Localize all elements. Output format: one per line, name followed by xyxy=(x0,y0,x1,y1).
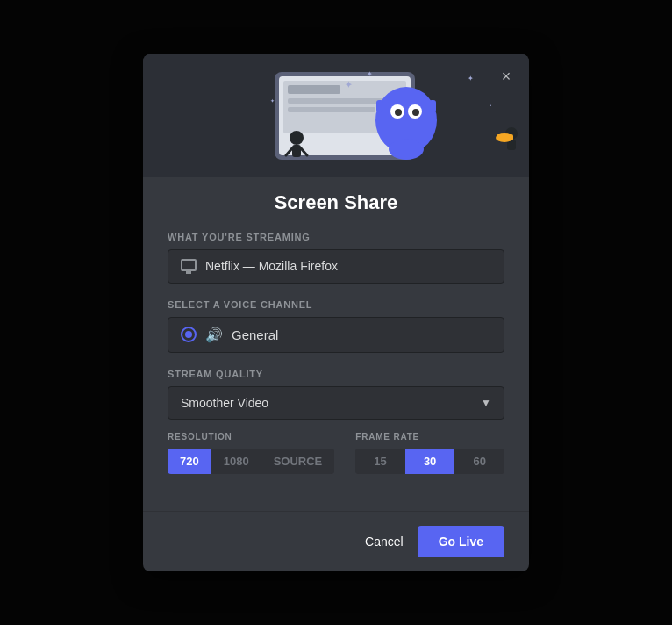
svg-rect-11 xyxy=(376,100,383,112)
framerate-btn-group: 15 30 60 xyxy=(355,449,504,474)
voice-channel-label: SELECT A VOICE CHANNEL xyxy=(168,299,504,310)
go-live-button[interactable]: Go Live xyxy=(418,526,504,557)
resolution-720-button[interactable]: 720 xyxy=(168,449,211,474)
resolution-btn-group: 720 1080 SOURCE xyxy=(168,449,334,474)
radio-button[interactable] xyxy=(181,327,197,342)
modal-footer: Cancel Go Live xyxy=(143,511,529,571)
framerate-15-button[interactable]: 15 xyxy=(355,449,405,474)
svg-point-13 xyxy=(389,139,424,160)
framerate-30-button[interactable]: 30 xyxy=(405,449,455,474)
resolution-source-button[interactable]: SOURCE xyxy=(261,449,335,474)
framerate-label: FRAME RATE xyxy=(355,432,504,442)
svg-rect-12 xyxy=(429,100,436,112)
svg-point-9 xyxy=(395,109,402,116)
streaming-source-text: Netflix — Mozilla Firefox xyxy=(205,259,338,273)
svg-rect-3 xyxy=(288,85,340,94)
stream-quality-section: STREAM QUALITY Smoother Video ▼ RESOLUTI… xyxy=(168,369,504,474)
resolution-group: RESOLUTION 720 1080 SOURCE xyxy=(168,432,334,474)
resolution-1080-button[interactable]: 1080 xyxy=(211,449,261,474)
svg-text:✦: ✦ xyxy=(345,80,353,90)
quality-options: RESOLUTION 720 1080 SOURCE FRAME RATE 15… xyxy=(168,432,504,474)
cancel-button[interactable]: Cancel xyxy=(365,535,404,549)
screen-share-modal: × xyxy=(143,54,529,571)
modal-title: Screen Share xyxy=(168,177,504,232)
framerate-group: FRAME RATE 15 30 60 xyxy=(355,432,504,474)
close-button[interactable]: × xyxy=(494,65,518,90)
monitor-icon xyxy=(181,259,197,274)
svg-rect-5 xyxy=(288,107,375,112)
chevron-down-icon: ▼ xyxy=(481,397,491,409)
svg-rect-21 xyxy=(497,134,513,140)
svg-text:✦: ✦ xyxy=(270,98,275,104)
svg-point-10 xyxy=(412,109,419,116)
svg-text:•: • xyxy=(490,103,491,108)
streaming-source-box: Netflix — Mozilla Firefox xyxy=(168,249,504,284)
speaker-icon: 🔊 xyxy=(205,327,223,343)
svg-rect-15 xyxy=(292,145,301,157)
radio-dot xyxy=(185,331,192,338)
header-illustration: ✦ ✦ ✦ • ✦ xyxy=(143,54,529,177)
svg-point-14 xyxy=(290,131,304,145)
streaming-label: WHAT YOU'RE STREAMING xyxy=(168,232,504,242)
quality-dropdown-value: Smoother Video xyxy=(181,396,268,410)
resolution-label: RESOLUTION xyxy=(168,432,334,442)
framerate-60-button[interactable]: 60 xyxy=(454,449,504,474)
voice-channel-section: SELECT A VOICE CHANNEL 🔊 General xyxy=(168,299,504,353)
channel-box[interactable]: 🔊 General xyxy=(168,317,504,353)
channel-name: General xyxy=(232,327,278,342)
modal-header-art: × xyxy=(143,54,529,177)
streaming-section: WHAT YOU'RE STREAMING Netflix — Mozilla … xyxy=(168,232,504,284)
svg-text:✦: ✦ xyxy=(367,70,373,78)
modal-body: Screen Share WHAT YOU'RE STREAMING Netfl… xyxy=(143,177,529,511)
stream-quality-label: STREAM QUALITY xyxy=(168,369,504,379)
svg-text:✦: ✦ xyxy=(468,75,474,83)
quality-dropdown[interactable]: Smoother Video ▼ xyxy=(168,386,504,420)
